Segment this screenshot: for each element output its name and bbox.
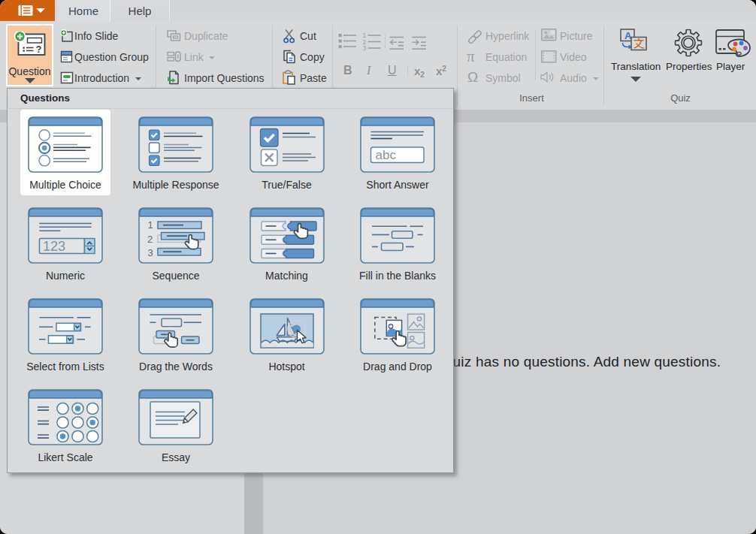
svg-text:3: 3 bbox=[363, 44, 367, 51]
svg-text:2: 2 bbox=[147, 234, 153, 245]
svg-text:3: 3 bbox=[148, 247, 153, 258]
svg-text:?: ? bbox=[36, 44, 42, 55]
svg-text:abc: abc bbox=[376, 148, 397, 162]
svg-text:1: 1 bbox=[148, 219, 153, 231]
svg-text:123: 123 bbox=[43, 239, 65, 254]
